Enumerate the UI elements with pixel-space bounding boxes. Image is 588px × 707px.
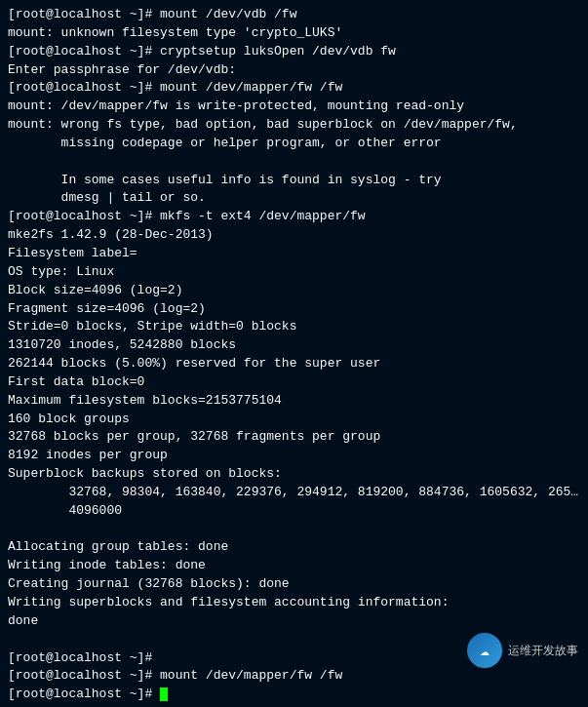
line-14: OS type: Linux <box>8 263 580 282</box>
line-1: [root@localhost ~]# mount /dev/vdb /fw <box>8 6 580 24</box>
line-2: mount: unknown filesystem type 'crypto_L… <box>8 24 580 43</box>
line-9: In some cases useful info is found in sy… <box>8 172 580 190</box>
line-23: 32768 blocks per group, 32768 fragments … <box>8 428 580 447</box>
line-35: [root@localhost ~]# <box>8 686 580 704</box>
line-24: 8192 inodes per group <box>8 447 580 465</box>
line-31: Writing superblocks and filesystem accou… <box>8 594 580 612</box>
watermark: ☁ 运维开发故事 <box>467 633 578 668</box>
line-30: Creating journal (32768 blocks): done <box>8 575 580 594</box>
line-5: [root@localhost ~]# mount /dev/mapper/fw… <box>8 79 580 98</box>
line-13: Filesystem label= <box>8 245 580 263</box>
line-7: mount: wrong fs type, bad option, bad su… <box>8 116 580 135</box>
line-26: 32768, 98304, 163840, 229376, 294912, 81… <box>8 484 580 502</box>
line-4: Enter passphrase for /dev/vdb: <box>8 61 580 80</box>
terminal-cursor <box>160 687 168 701</box>
line-21: Maximum filesystem blocks=2153775104 <box>8 392 580 411</box>
line-11: [root@localhost ~]# mkfs -t ext4 /dev/ma… <box>8 208 580 226</box>
line-12: mke2fs 1.42.9 (28-Dec-2013) <box>8 226 580 245</box>
line-blank-1 <box>8 153 580 172</box>
line-3: [root@localhost ~]# cryptsetup luksOpen … <box>8 43 580 61</box>
terminal-window: [root@localhost ~]# mount /dev/vdb /fw m… <box>0 0 588 707</box>
line-28: Allocating group tables: done <box>8 538 580 557</box>
line-16: Fragment size=4096 (log=2) <box>8 300 580 319</box>
line-17: Stride=0 blocks, Stripe width=0 blocks <box>8 318 580 336</box>
line-29: Writing inode tables: done <box>8 557 580 575</box>
terminal-content: [root@localhost ~]# mount /dev/vdb /fw m… <box>8 6 580 704</box>
watermark-label: 运维开发故事 <box>508 643 578 659</box>
line-8: missing codepage or helper program, or o… <box>8 135 580 153</box>
line-25: Superblock backups stored on blocks: <box>8 465 580 484</box>
line-34: [root@localhost ~]# mount /dev/mapper/fw… <box>8 667 580 686</box>
line-19: 262144 blocks (5.00%) reserved for the s… <box>8 355 580 373</box>
watermark-cloud-icon: ☁ <box>480 641 490 660</box>
line-blank-2 <box>8 521 580 539</box>
line-15: Block size=4096 (log=2) <box>8 282 580 300</box>
watermark-icon: ☁ <box>467 633 502 668</box>
line-18: 1310720 inodes, 5242880 blocks <box>8 336 580 355</box>
line-10: dmesg | tail or so. <box>8 189 580 208</box>
line-20: First data block=0 <box>8 373 580 392</box>
line-27: 4096000 <box>8 502 580 521</box>
line-32: done <box>8 612 580 631</box>
line-22: 160 block groups <box>8 411 580 429</box>
line-6: mount: /dev/mapper/fw is write-protected… <box>8 98 580 116</box>
